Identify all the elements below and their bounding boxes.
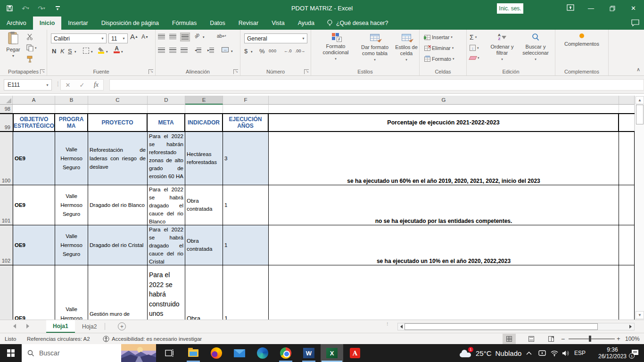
decrease-indent-icon[interactable]: ◂ — [195, 48, 201, 53]
borders-chevron[interactable]: ▾ — [91, 50, 93, 54]
cell-b103[interactable]: Valle Hermoso Seguro — [55, 265, 88, 320]
cell-a101[interactable]: OE9 — [13, 185, 55, 225]
sheet-tab-hoja2[interactable]: Hoja2 — [75, 320, 103, 333]
new-sheet-icon[interactable]: + — [118, 322, 126, 330]
tell-me-box[interactable]: ¿Qué desea hacer? — [321, 16, 394, 30]
cancel-icon[interactable]: ✕ — [61, 82, 75, 89]
cut-icon[interactable] — [26, 33, 33, 40]
underline-icon[interactable]: S — [68, 48, 72, 55]
cell-e98[interactable] — [185, 105, 223, 113]
align-middle-icon[interactable] — [169, 34, 176, 39]
page-break-view-button[interactable] — [545, 334, 558, 344]
clipboard-dialog-launcher[interactable]: ↘ — [40, 69, 45, 74]
cell-f101[interactable]: 1 — [223, 185, 269, 225]
cell-h100[interactable] — [619, 132, 635, 185]
cell-g102[interactable]: se ha ejecutado un 10% en el año 2020, 2… — [269, 225, 619, 265]
format-cells-button[interactable]: Formato ▾ — [424, 56, 454, 62]
row-header-98[interactable]: 98 — [0, 105, 13, 113]
scroll-right-icon[interactable] — [627, 324, 634, 329]
currency-format-icon[interactable]: $ — [244, 48, 248, 55]
file-explorer-button[interactable] — [182, 344, 205, 362]
sign-in-button[interactable]: Inic. ses. — [497, 3, 523, 14]
cell-c99[interactable]: PROYECTO — [88, 114, 148, 131]
collapse-ribbon-icon[interactable]: ∧ — [636, 66, 640, 73]
enter-icon[interactable]: ✓ — [75, 82, 89, 89]
cell-b99[interactable]: PROGRAMA — [55, 114, 88, 131]
tab-formulas[interactable]: Fórmulas — [165, 16, 203, 30]
wifi-icon[interactable] — [549, 344, 560, 362]
grow-font-icon[interactable]: A▲ — [130, 33, 138, 41]
cell-h99[interactable] — [619, 114, 635, 131]
excel-button-active[interactable]: X — [321, 344, 343, 362]
search-highlight-image[interactable] — [121, 344, 156, 362]
chrome-button[interactable] — [274, 344, 297, 362]
cell-h98[interactable] — [619, 105, 635, 113]
edge-button[interactable] — [251, 344, 274, 362]
volume-icon[interactable] — [560, 344, 571, 362]
underline-options-chevron[interactable]: ▾ — [74, 50, 76, 54]
shrink-font-icon[interactable]: A▼ — [141, 33, 149, 40]
insert-function-icon[interactable]: fx — [89, 81, 103, 89]
cell-a103[interactable]: OE9 — [13, 265, 55, 320]
cell-f98[interactable] — [223, 105, 269, 113]
autosum-button[interactable]: Σ ▾ — [470, 33, 477, 41]
zoom-slider-thumb[interactable] — [589, 336, 591, 342]
copy-icon[interactable]: ▾ — [26, 44, 37, 51]
percent-format-icon[interactable]: % — [259, 48, 265, 55]
cell-b102[interactable]: Valle Hermoso Seguro — [55, 225, 88, 265]
formula-input[interactable] — [109, 79, 644, 90]
cell-h102[interactable] — [619, 225, 635, 265]
conditional-formatting-button[interactable]: ≠ Formato condicional ▾ — [317, 32, 355, 62]
vertical-scroll-thumb[interactable] — [636, 105, 644, 124]
row-header-99[interactable]: 99 — [0, 114, 13, 131]
currency-chevron[interactable]: ▾ — [251, 50, 253, 54]
row-header-102[interactable]: 102 — [0, 225, 13, 265]
name-box[interactable]: E111 ▼ — [4, 79, 52, 90]
taskbar-search-input[interactable]: Buscar — [22, 344, 156, 362]
col-header-h-sliver[interactable] — [619, 96, 635, 105]
cell-e100[interactable]: Hectáreas reforestadas — [185, 132, 223, 185]
language-indicator[interactable]: ESP — [572, 344, 587, 362]
cell-styles-button[interactable]: Estilos de celda ▾ — [394, 32, 419, 63]
scroll-down-icon[interactable]: ▼ — [636, 311, 644, 319]
cell-f103[interactable]: 1 — [223, 265, 269, 320]
tab-archivo[interactable]: Archivo — [0, 16, 33, 30]
find-select-button[interactable]: Buscar y seleccionar ▾ — [518, 32, 553, 62]
accessibility-status[interactable]: Accesibilidad: es necesario investigar — [103, 333, 202, 344]
cell-e99[interactable]: INDICADOR — [185, 114, 223, 131]
sort-filter-button[interactable]: AZ Ordenar y filtrar ▾ — [487, 32, 518, 62]
orientation-chevron[interactable]: ▾ — [203, 35, 205, 39]
cell-d98[interactable] — [148, 105, 185, 113]
number-format-select[interactable]: General▼ — [244, 33, 307, 43]
comma-format-icon[interactable]: 000 — [269, 49, 277, 53]
zoom-slider[interactable] — [569, 338, 615, 339]
zoom-in-icon[interactable]: + — [617, 333, 620, 344]
cell-c103[interactable]: Gestión muro de gaviones rio Cristal — [88, 265, 148, 320]
cell-a100[interactable]: OE9 — [13, 132, 55, 185]
fill-button[interactable]: ↓ ▾ — [470, 45, 479, 51]
cell-g103[interactable] — [269, 265, 619, 320]
cell-b100[interactable]: Valle Hermoso Seguro — [55, 132, 88, 185]
align-center-icon[interactable] — [169, 48, 176, 53]
cell-f102[interactable]: 1 — [223, 225, 269, 265]
tab-inicio[interactable]: Inicio — [33, 16, 62, 30]
mail-button[interactable] — [228, 344, 251, 362]
clear-button[interactable]: ▾ — [470, 56, 479, 60]
addins-button[interactable]: Complementos — [562, 32, 602, 47]
merge-center-icon[interactable]: ↔ — [222, 47, 229, 52]
italic-icon[interactable]: K — [60, 48, 65, 55]
page-layout-view-button[interactable] — [525, 334, 538, 344]
fill-color-icon[interactable] — [98, 47, 104, 54]
number-dialog-launcher[interactable]: ↘ — [304, 69, 309, 74]
word-button[interactable]: W — [297, 344, 320, 362]
font-size-select[interactable]: 11▼ — [108, 33, 128, 43]
tray-expand-icon[interactable] — [523, 344, 535, 362]
font-name-select[interactable]: Calibri▼ — [51, 33, 107, 43]
align-left-icon[interactable] — [158, 48, 165, 53]
col-header-a[interactable]: A — [13, 96, 55, 105]
orientation-icon[interactable]: ab — [193, 32, 201, 40]
sheet-nav-right-icon[interactable] — [26, 324, 29, 329]
sheet-nav-left-icon[interactable] — [13, 324, 16, 329]
cell-c102[interactable]: Dragado del rio Cristal — [88, 225, 148, 265]
restore-button[interactable] — [602, 0, 623, 16]
